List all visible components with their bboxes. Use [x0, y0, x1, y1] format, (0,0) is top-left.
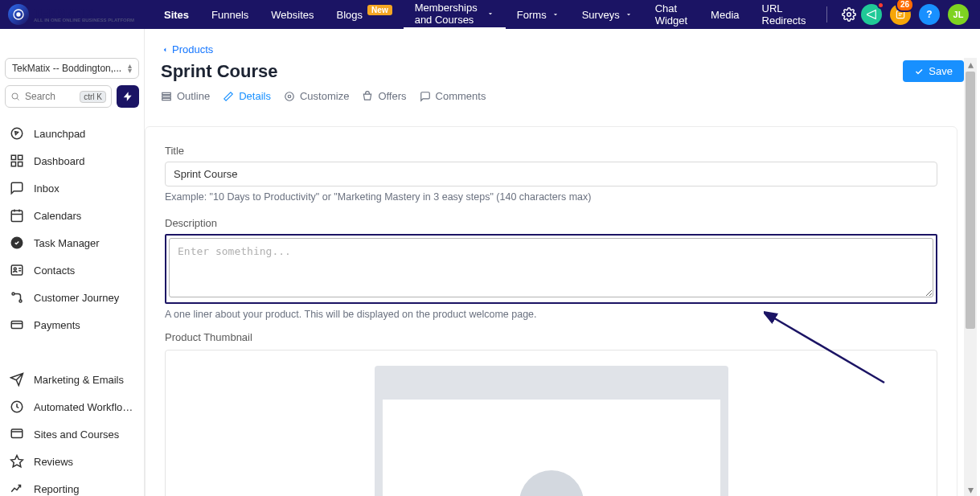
svg-rect-24	[162, 92, 171, 94]
star-icon	[10, 454, 24, 469]
nav-redirects[interactable]: URL Redirects	[751, 0, 818, 29]
send-icon	[10, 372, 24, 387]
svg-point-27	[288, 95, 291, 98]
gear-icon	[842, 7, 856, 22]
title-input[interactable]	[165, 162, 937, 187]
breadcrumb-back[interactable]: Products	[161, 43, 964, 55]
main: Products Sprint Course Save Outline	[145, 29, 980, 496]
scrollbar[interactable]: ▴ ▾	[964, 58, 977, 496]
sidebar-item-reviews[interactable]: Reviews	[5, 449, 139, 474]
sidebar-item-calendars[interactable]: Calendars	[5, 203, 139, 228]
svg-rect-17	[11, 322, 23, 329]
svg-point-14	[14, 268, 16, 270]
details-card: Title Example: "10 Days to Productivity"…	[145, 126, 957, 496]
sidebar-item-journey[interactable]: Customer Journey	[5, 285, 139, 310]
tab-outline[interactable]: Outline	[161, 90, 210, 107]
thumbnail-label: Product Thumbnail	[165, 331, 937, 343]
nav-memberships[interactable]: Memberships and Courses	[404, 0, 506, 29]
outline-icon	[161, 91, 172, 102]
svg-rect-19	[11, 429, 23, 438]
svg-rect-26	[162, 98, 171, 100]
logo-subtitle: ALL IN ONE ONLINE BUSINESS PLATFORM	[34, 18, 134, 23]
nav-funnels[interactable]: Funnels	[200, 0, 260, 29]
nav-websites[interactable]: Websites	[260, 0, 325, 29]
sidebar-secondary: Marketing & Emails Automated Workflows S…	[5, 367, 139, 496]
topbar: TEKMATIX ALL IN ONE ONLINE BUSINESS PLAT…	[0, 0, 980, 29]
nav-sites[interactable]: Sites	[153, 0, 200, 29]
sites-icon	[10, 427, 24, 441]
svg-point-28	[285, 92, 294, 100]
dot-badge	[877, 2, 884, 9]
description-label: Description	[165, 217, 937, 229]
topbar-right: 26 ? JL	[861, 4, 980, 25]
logo[interactable]: TEKMATIX ALL IN ONE ONLINE BUSINESS PLAT…	[8, 0, 134, 29]
chevron-left-icon	[161, 46, 169, 54]
svg-point-1	[17, 13, 20, 16]
search-input[interactable]: Search ctrl K	[5, 85, 112, 108]
notifications-button[interactable]: 26	[890, 4, 911, 25]
sidebar-item-sites[interactable]: Sites and Courses	[5, 421, 139, 447]
sidebar-primary: Launchpad Dashboard Inbox Calendars Task…	[5, 121, 139, 338]
title-help: Example: "10 Days to Productivity" or "M…	[165, 191, 937, 203]
sidebar-item-workflows[interactable]: Automated Workflows	[5, 394, 139, 420]
nav-blogs[interactable]: Blogs New	[326, 0, 404, 29]
sidebar-item-reporting[interactable]: Reporting	[5, 476, 139, 496]
contact-icon	[10, 263, 24, 277]
count-badge: 26	[896, 0, 914, 12]
svg-rect-11	[11, 211, 23, 222]
sidebar-item-inbox[interactable]: Inbox	[5, 175, 139, 201]
scroll-thumb[interactable]	[966, 72, 975, 329]
sidebar-item-dashboard[interactable]: Dashboard	[5, 148, 139, 174]
tab-offers[interactable]: Offers	[362, 90, 406, 107]
customize-icon	[284, 91, 295, 102]
calendar-icon	[10, 208, 24, 223]
chart-icon	[10, 482, 24, 496]
svg-point-2	[847, 13, 851, 17]
top-nav: Sites Funnels Websites Blogs New Members…	[153, 0, 861, 29]
search-placeholder: Search	[25, 91, 75, 102]
svg-point-15	[12, 293, 14, 295]
avatar[interactable]: JL	[948, 4, 969, 25]
quick-action-button[interactable]	[117, 85, 139, 108]
account-selector[interactable]: TekMatix -- Boddington,... ▴▾	[5, 58, 139, 79]
nav-surveys[interactable]: Surveys	[571, 0, 644, 29]
logo-icon	[8, 4, 29, 25]
scroll-down-icon: ▾	[964, 483, 977, 496]
nav-media[interactable]: Media	[699, 0, 750, 29]
thumbnail-uploader[interactable]	[165, 350, 937, 496]
comments-icon	[420, 91, 431, 102]
nav-forms[interactable]: Forms	[506, 0, 571, 29]
svg-point-16	[19, 300, 22, 302]
badge-new: New	[367, 5, 392, 15]
sidebar-item-contacts[interactable]: Contacts	[5, 257, 139, 283]
page-title: Sprint Course	[161, 61, 277, 82]
compass-icon	[10, 126, 24, 141]
description-highlight	[165, 234, 937, 304]
svg-rect-10	[18, 162, 23, 166]
svg-rect-8	[18, 155, 23, 159]
help-button[interactable]: ?	[919, 4, 940, 25]
nav-chat[interactable]: Chat Widget	[644, 0, 699, 29]
sidebar-item-launchpad[interactable]: Launchpad	[5, 121, 139, 146]
image-placeholder-icon	[375, 366, 728, 496]
sidebar-item-payments[interactable]: Payments	[5, 312, 139, 338]
save-button[interactable]: Save	[903, 60, 964, 82]
svg-rect-25	[162, 95, 171, 96]
sidebar-item-marketing[interactable]: Marketing & Emails	[5, 367, 139, 392]
description-textarea[interactable]	[169, 238, 933, 297]
tab-details[interactable]: Details	[223, 90, 271, 107]
question-icon: ?	[926, 9, 932, 20]
account-name: TekMatix -- Boddington,...	[12, 63, 121, 74]
sidebar-item-tasks[interactable]: Task Manager	[5, 230, 139, 256]
svg-rect-7	[11, 155, 15, 159]
payment-icon	[10, 318, 24, 332]
divider	[826, 6, 827, 23]
tab-comments[interactable]: Comments	[420, 90, 486, 107]
grid-icon	[10, 154, 24, 168]
svg-marker-20	[11, 456, 23, 467]
announce-button[interactable]	[861, 4, 882, 25]
title-label: Title	[165, 145, 937, 157]
shortcut-badge: ctrl K	[80, 91, 106, 103]
tab-customize[interactable]: Customize	[284, 90, 349, 107]
nav-settings[interactable]	[837, 0, 861, 29]
